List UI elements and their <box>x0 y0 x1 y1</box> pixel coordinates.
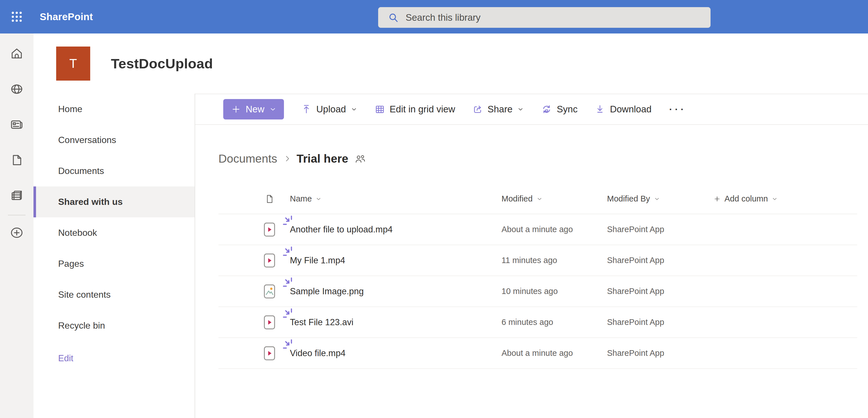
rail-divider <box>8 215 26 215</box>
upload-icon <box>301 104 312 115</box>
table-row[interactable]: Video file.mp4About a minute agoSharePoi… <box>218 338 857 369</box>
file-name[interactable]: Video file.mp4 <box>290 348 345 358</box>
rail-home-button[interactable] <box>0 36 33 71</box>
new-item-icon <box>282 277 294 289</box>
table-row[interactable]: Test File 123.avi6 minutes agoSharePoint… <box>218 307 857 338</box>
new-item-icon <box>282 338 294 351</box>
column-header-name[interactable]: Name <box>290 194 322 204</box>
waffle-icon <box>10 10 23 23</box>
rail-documents-button[interactable] <box>0 142 33 178</box>
rail-sites-button[interactable] <box>0 71 33 107</box>
share-button[interactable]: Share <box>472 104 524 115</box>
breadcrumb-parent[interactable]: Documents <box>218 152 277 166</box>
more-commands-button[interactable]: ··· <box>669 104 686 115</box>
video-file-icon <box>264 346 275 360</box>
sync-icon <box>541 103 552 115</box>
download-label: Download <box>610 104 652 115</box>
new-button[interactable]: New <box>223 99 284 119</box>
search-placeholder: Search this library <box>406 12 480 23</box>
nav-item-shared-with-us[interactable]: Shared with us <box>33 186 194 217</box>
rail-news-button[interactable] <box>0 107 33 142</box>
modified-by-value: SharePoint App <box>607 225 713 234</box>
column-header-modified-by[interactable]: Modified By <box>607 194 713 204</box>
modified-by-value: SharePoint App <box>607 318 713 327</box>
plus-icon <box>713 195 721 203</box>
download-button[interactable]: Download <box>594 104 652 115</box>
plus-icon <box>231 104 241 114</box>
site-logo-letter: T <box>69 57 77 71</box>
video-file-icon <box>264 222 275 237</box>
nav-item-pages[interactable]: Pages <box>33 248 194 279</box>
command-bar: New Upload Edit in grid view <box>195 94 868 125</box>
share-icon <box>472 104 483 115</box>
table-header-row: Name Modified Modified By Add <box>218 184 857 214</box>
search-input[interactable]: Search this library <box>378 7 711 28</box>
breadcrumb-chevron-icon <box>283 155 291 162</box>
grid-icon <box>374 104 385 115</box>
download-icon <box>594 104 605 115</box>
sync-label: Sync <box>557 104 578 115</box>
table-row[interactable]: Another file to upload.mp4About a minute… <box>218 214 857 245</box>
rail-create-button[interactable] <box>0 217 33 248</box>
plus-circle-icon <box>9 225 24 240</box>
table-body: Another file to upload.mp4About a minute… <box>218 214 857 369</box>
app-rail <box>0 33 33 418</box>
table-row[interactable]: My File 1.mp411 minutes agoSharePoint Ap… <box>218 245 857 276</box>
site-logo[interactable]: T <box>56 47 90 81</box>
list-ledger-icon <box>9 188 24 203</box>
modified-value: 10 minutes ago <box>501 287 607 296</box>
site-nav: Home Conversations Documents Shared with… <box>33 94 195 418</box>
news-icon <box>9 117 24 132</box>
video-file-icon <box>264 315 275 329</box>
chevron-down-icon <box>517 106 524 113</box>
site-header: T TestDocUpload <box>33 33 868 94</box>
modified-value: 11 minutes ago <box>501 256 607 265</box>
modified-value: 6 minutes ago <box>501 318 607 327</box>
nav-item-conversations[interactable]: Conversations <box>33 125 194 155</box>
home-icon <box>9 46 24 61</box>
image-file-icon <box>264 285 275 299</box>
rail-lists-button[interactable] <box>0 178 33 213</box>
chevron-down-icon <box>654 196 660 202</box>
file-name[interactable]: My File 1.mp4 <box>290 256 345 266</box>
nav-item-site-contents[interactable]: Site contents <box>33 279 194 310</box>
file-type-column-icon[interactable] <box>265 194 275 204</box>
share-label: Share <box>488 104 513 115</box>
upload-label: Upload <box>316 104 346 115</box>
sync-button[interactable]: Sync <box>541 103 578 115</box>
nav-item-documents[interactable]: Documents <box>33 155 194 186</box>
new-item-icon <box>282 308 294 320</box>
modified-value: About a minute ago <box>501 225 607 234</box>
app-launcher-button[interactable] <box>0 0 33 33</box>
chevron-down-icon <box>351 106 358 113</box>
file-name[interactable]: Another file to upload.mp4 <box>290 225 393 235</box>
breadcrumb-current: Trial here <box>297 152 348 166</box>
chevron-down-icon <box>315 196 322 202</box>
modified-by-value: SharePoint App <box>607 287 713 296</box>
edit-grid-view-button[interactable]: Edit in grid view <box>374 104 455 115</box>
site-title: TestDocUpload <box>111 56 213 71</box>
nav-item-notebook[interactable]: Notebook <box>33 217 194 248</box>
chevron-down-icon <box>772 196 778 202</box>
sharepoint-library-page: SharePoint Search this library <box>0 0 868 418</box>
nav-item-home[interactable]: Home <box>33 94 194 125</box>
file-icon <box>9 153 24 168</box>
column-header-modified[interactable]: Modified <box>501 194 607 204</box>
nav-item-recycle-bin[interactable]: Recycle bin <box>33 310 194 341</box>
new-button-label: New <box>246 104 265 115</box>
modified-by-value: SharePoint App <box>607 349 713 358</box>
globe-icon <box>9 82 24 96</box>
documents-table: Name Modified Modified By Add <box>218 184 857 369</box>
chevron-down-icon <box>536 196 542 202</box>
table-row[interactable]: Sample Image.png10 minutes agoSharePoint… <box>218 276 857 307</box>
file-name[interactable]: Test File 123.avi <box>290 317 353 327</box>
new-item-icon <box>282 246 294 258</box>
app-title[interactable]: SharePoint <box>40 0 93 33</box>
file-name[interactable]: Sample Image.png <box>290 286 364 297</box>
modified-by-value: SharePoint App <box>607 256 713 265</box>
add-column-button[interactable]: Add column <box>713 194 857 204</box>
breadcrumb: Documents Trial here <box>218 149 367 168</box>
upload-button[interactable]: Upload <box>301 104 358 115</box>
video-file-icon <box>264 253 275 268</box>
nav-edit-link[interactable]: Edit <box>33 343 194 374</box>
